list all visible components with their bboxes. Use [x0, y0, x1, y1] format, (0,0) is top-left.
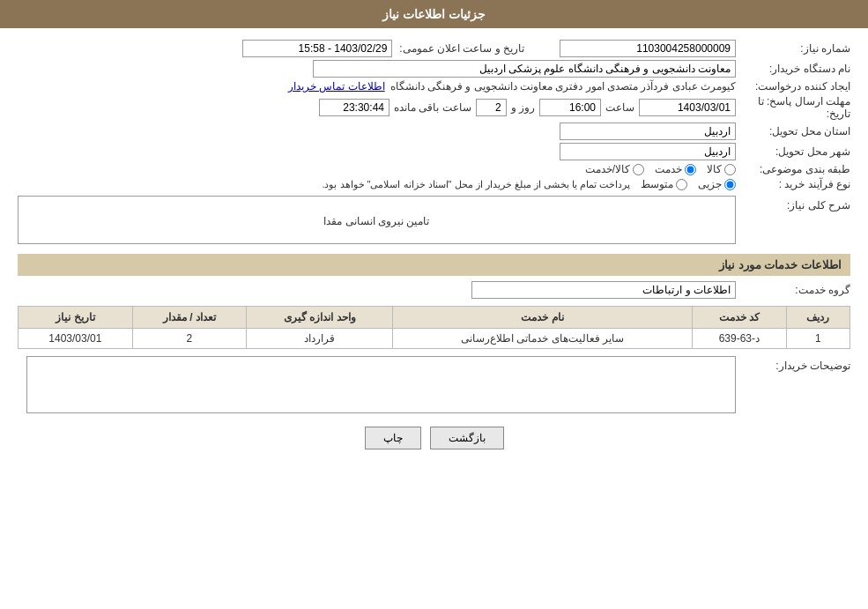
cell-service_code: د-63-639: [693, 329, 787, 349]
need-desc-container: تامین نیروی انسانی مقدا: [18, 196, 736, 247]
deadline-time-label: ساعت: [605, 101, 634, 114]
deadline-remaining-input[interactable]: [319, 99, 389, 116]
deadline-label: مهلت ارسال پاسخ: تا تاریخ:: [736, 95, 850, 120]
col-service-name: نام خدمت: [393, 307, 693, 329]
deadline-row: مهلت ارسال پاسخ: تا تاریخ: ساعت روز و سا…: [18, 95, 850, 120]
creator-value: کیومرث عبادی فردآذر متصدی امور دفتری معا…: [390, 80, 736, 93]
category-kala-khadamat-radio[interactable]: [633, 164, 644, 175]
services-table: ردیف کد خدمت نام خدمت واحد اندازه گیری ت…: [18, 306, 850, 349]
creator-row: ایجاد کننده درخواست: کیومرث عبادی فردآذر…: [18, 80, 850, 93]
category-label: طبقه بندی موضوعی:: [736, 163, 850, 175]
col-date: تاریخ نیاز: [19, 307, 133, 329]
cell-row_num: 1: [786, 329, 849, 349]
col-quantity: تعداد / مقدار: [132, 307, 247, 329]
purchase-motavasset-label: متوسط: [641, 178, 673, 190]
category-kala-radio[interactable]: [724, 164, 736, 175]
category-khadamat-option[interactable]: خدمت: [655, 163, 696, 175]
purchase-jozvi-option[interactable]: جزیی: [698, 178, 736, 190]
purchase-motavasset-option[interactable]: متوسط: [641, 178, 687, 190]
need-number-row: شماره نیاز: تاریخ و ساعت اعلان عمومی:: [18, 40, 850, 57]
purchase-note: پرداخت تمام یا بخشی از مبلغ خریدار از مح…: [322, 179, 630, 190]
col-unit: واحد اندازه گیری: [247, 307, 393, 329]
need-desc-textarea[interactable]: [18, 196, 736, 244]
category-row: طبقه بندی موضوعی: کالا خدمت کالا/خدمت: [18, 163, 850, 175]
purchase-jozvi-radio[interactable]: [724, 179, 736, 190]
need-desc-label: شرح کلی نیاز:: [736, 196, 850, 212]
cell-date: 1403/03/01: [19, 329, 133, 349]
deadline-days-input[interactable]: [476, 99, 507, 116]
city-row: شهر محل تحویل:: [18, 143, 850, 160]
city-label: شهر محل تحویل:: [736, 145, 850, 158]
deadline-time-input[interactable]: [539, 99, 601, 116]
cell-unit: قرارداد: [247, 329, 393, 349]
creator-link[interactable]: اطلاعات تماس خریدار: [288, 80, 385, 93]
buyer-org-input[interactable]: [313, 60, 736, 78]
deadline-days-label: روز و: [511, 101, 535, 114]
service-group-label: گروه خدمت:: [736, 284, 850, 296]
buyer-notes-row: توضیحات خریدار:: [18, 356, 850, 413]
purchase-type-label: نوع فرآیند خرید :: [736, 178, 850, 190]
table-row: 1د-63-639سایر فعالیت‌های خدماتی اطلاع‌رس…: [19, 329, 850, 349]
category-khadamat-label: خدمت: [655, 163, 682, 175]
province-input[interactable]: [560, 123, 736, 140]
deadline-date-input[interactable]: [639, 99, 736, 116]
buyer-notes-textarea[interactable]: [26, 356, 736, 413]
purchase-jozvi-label: جزیی: [698, 178, 722, 190]
category-kala-label: کالا: [707, 163, 722, 175]
service-group-row: گروه خدمت:: [18, 281, 850, 299]
back-button[interactable]: بازگشت: [430, 427, 504, 449]
cell-quantity: 2: [132, 329, 247, 349]
province-row: استان محل تحویل:: [18, 123, 850, 140]
province-label: استان محل تحویل:: [736, 125, 850, 137]
purchase-type-row: نوع فرآیند خرید : جزیی متوسط پرداخت تمام…: [18, 178, 850, 190]
need-number-input[interactable]: [560, 40, 736, 57]
content-area: شماره نیاز: تاریخ و ساعت اعلان عمومی: نا…: [0, 28, 868, 467]
services-section-header: اطلاعات خدمات مورد نیاز: [18, 254, 850, 276]
cell-service_name: سایر فعالیت‌های خدماتی اطلاع‌رسانی: [393, 329, 693, 349]
page-title: جزئیات اطلاعات نیاز: [0, 0, 868, 28]
buyer-org-label: نام دستگاه خریدار:: [736, 63, 850, 75]
announce-date-input[interactable]: [242, 40, 392, 57]
creator-label: ایجاد کننده درخواست:: [736, 80, 850, 93]
category-khadamat-radio[interactable]: [685, 164, 696, 175]
buttons-row: بازگشت چاپ: [18, 427, 850, 449]
purchase-motavasset-radio[interactable]: [676, 179, 687, 190]
page-container: جزئیات اطلاعات نیاز شماره نیاز: تاریخ و …: [0, 0, 868, 609]
service-group-input[interactable]: [471, 281, 736, 299]
buyer-notes-label: توضیحات خریدار:: [736, 356, 850, 372]
category-kala-option[interactable]: کالا: [707, 163, 736, 175]
category-radio-group: کالا خدمت کالا/خدمت: [585, 163, 736, 175]
col-service-code: کد خدمت: [693, 307, 787, 329]
need-number-label: شماره نیاز:: [736, 42, 850, 55]
city-input[interactable]: [560, 143, 736, 160]
category-kala-khadamat-option[interactable]: کالا/خدمت: [585, 163, 644, 175]
need-desc-row: شرح کلی نیاز: تامین نیروی انسانی مقدا: [18, 196, 850, 247]
category-kala-khadamat-label: کالا/خدمت: [585, 163, 630, 175]
buyer-org-row: نام دستگاه خریدار:: [18, 60, 850, 78]
print-button[interactable]: چاپ: [365, 427, 421, 449]
purchase-type-radio-group: جزیی متوسط پرداخت تمام یا بخشی از مبلغ خ…: [322, 178, 736, 190]
col-row-num: ردیف: [786, 307, 849, 329]
announce-date-label: تاریخ و ساعت اعلان عمومی:: [392, 42, 524, 55]
deadline-remaining-label: ساعت باقی مانده: [394, 101, 471, 114]
